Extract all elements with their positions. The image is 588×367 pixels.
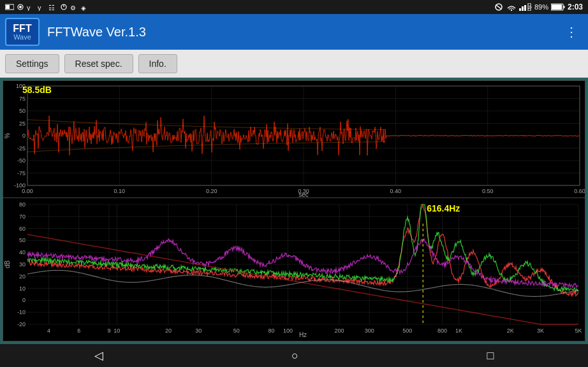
svg-line-12 <box>496 5 501 10</box>
db-value-label: 58.5dB <box>22 85 52 95</box>
svg-rect-1 <box>6 5 10 9</box>
info-button[interactable]: Info. <box>138 54 177 73</box>
logo-wave: Wave <box>13 34 31 41</box>
hz-value-label: 616.4Hz <box>427 203 460 213</box>
svg-text:⚙: ⚙ <box>70 4 76 11</box>
svg-point-13 <box>511 10 512 11</box>
svg-text:2+: 2+ <box>528 5 532 10</box>
svg-text:y: y <box>27 4 31 11</box>
status-bar: y y ☷ ⚙ ◈ 2+ 89% 2:03 <box>0 0 588 14</box>
wave-chart: 58.5dB <box>3 80 585 196</box>
battery-icon <box>551 3 565 11</box>
toolbar: Settings Reset spec. Info. <box>0 50 588 78</box>
logo-fft: FFT <box>13 24 31 34</box>
time-display: 2:03 <box>568 3 583 11</box>
app-title: FFTWave Ver.1.3 <box>47 25 560 40</box>
svg-rect-15 <box>522 6 524 11</box>
reset-spec-button[interactable]: Reset spec. <box>64 54 133 73</box>
settings-button[interactable]: Settings <box>5 54 59 73</box>
wifi-icon <box>506 3 517 11</box>
fft-chart: 616.4Hz <box>3 198 585 342</box>
app-logo: FFT Wave <box>5 18 40 46</box>
svg-rect-21 <box>552 4 562 10</box>
svg-rect-20 <box>563 6 564 8</box>
svg-rect-16 <box>524 5 526 11</box>
svg-text:y: y <box>38 4 41 11</box>
recents-button[interactable]: □ <box>474 347 506 365</box>
home-button[interactable]: ○ <box>279 347 311 365</box>
block-icon <box>494 3 504 11</box>
svg-point-3 <box>19 6 22 8</box>
svg-text:◈: ◈ <box>81 4 86 11</box>
battery-percent: 89% <box>534 3 548 11</box>
menu-button[interactable]: ⋮ <box>560 22 583 42</box>
svg-text:☷: ☷ <box>48 4 55 11</box>
back-button[interactable]: ◁ <box>82 346 116 365</box>
status-bar-right: 2+ 89% 2:03 <box>494 3 583 11</box>
status-bar-left: y y ☷ ⚙ ◈ <box>5 3 90 11</box>
charts-area: 58.5dB 616.4Hz <box>0 78 588 344</box>
svg-rect-14 <box>519 8 521 11</box>
notification-icons: y y ☷ ⚙ ◈ <box>5 3 90 11</box>
title-bar: FFT Wave FFTWave Ver.1.3 ⋮ <box>0 14 588 50</box>
nav-bar: ◁ ○ □ <box>0 344 588 367</box>
signal-icon: 2+ <box>519 3 532 11</box>
